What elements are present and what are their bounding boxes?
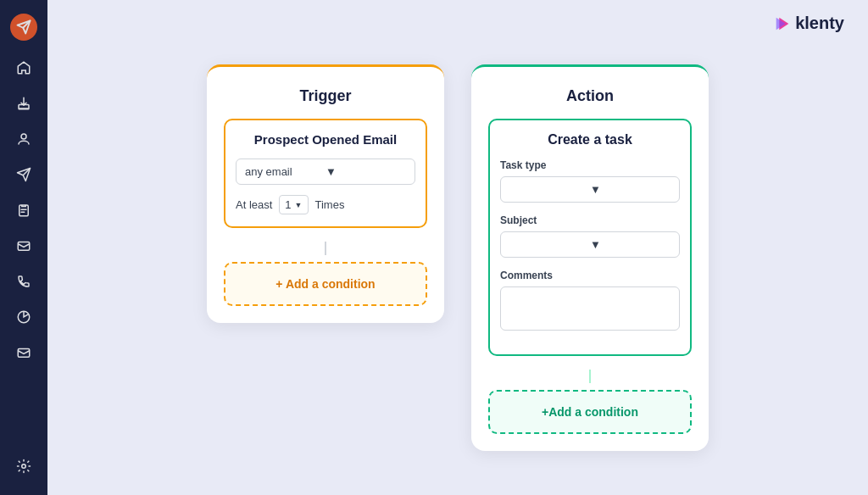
sidebar-icon-clipboard[interactable] (8, 195, 39, 225)
action-add-condition-button[interactable]: +Add a condition (488, 390, 692, 434)
comments-group: Comments (500, 270, 680, 331)
trigger-card-title: Trigger (224, 87, 427, 105)
trigger-box: Prospect Opened Email any email ▼ At lea… (224, 119, 427, 228)
action-card: Action Create a task Task type ▼ Subject… (471, 64, 709, 451)
any-email-arrow-icon: ▼ (326, 165, 406, 178)
times-label: Times (315, 198, 345, 211)
subject-group: Subject ▼ (500, 214, 680, 258)
task-type-label: Task type (500, 159, 680, 171)
sidebar-icon-user[interactable] (8, 124, 39, 154)
atleast-dropdown-arrow-icon: ▼ (295, 201, 303, 209)
svg-rect-3 (18, 242, 30, 251)
comments-textarea[interactable] (500, 286, 680, 331)
main-content: klenty Trigger Prospect Opened Email any… (47, 0, 868, 495)
svg-point-1 (21, 134, 26, 139)
sidebar-icon-email2[interactable] (8, 337, 39, 368)
action-create-task-label: Create a task (500, 132, 680, 147)
action-box: Create a task Task type ▼ Subject ▼ (488, 119, 692, 356)
action-card-title: Action (488, 87, 692, 105)
atleast-label: At least (236, 198, 272, 211)
logo-icon (773, 14, 792, 33)
atleast-row: At least 1 ▼ Times (236, 195, 415, 214)
subject-label: Subject (500, 214, 680, 226)
any-email-value: any email (245, 165, 326, 178)
cards-container: Trigger Prospect Opened Email any email … (71, 64, 844, 451)
comments-label: Comments (500, 270, 680, 281)
logo-text: klenty (795, 14, 844, 33)
trigger-card: Trigger Prospect Opened Email any email … (207, 64, 444, 323)
sidebar (0, 0, 47, 495)
trigger-connector (224, 242, 427, 255)
logo: klenty (773, 14, 844, 33)
task-type-arrow-icon: ▼ (590, 183, 670, 196)
trigger-connector-line (325, 242, 326, 255)
task-type-dropdown[interactable]: ▼ (500, 176, 680, 203)
svg-point-6 (22, 464, 26, 469)
atleast-value: 1 (285, 198, 291, 211)
sidebar-icon-download[interactable] (8, 88, 39, 119)
svg-rect-5 (18, 349, 30, 358)
task-type-group: Task type ▼ (500, 159, 680, 203)
sidebar-icon-settings[interactable] (8, 451, 39, 481)
subject-arrow-icon: ▼ (590, 238, 670, 251)
action-connector (488, 370, 692, 383)
any-email-dropdown[interactable]: any email ▼ (236, 159, 415, 185)
trigger-add-condition-button[interactable]: + Add a condition (224, 262, 427, 306)
action-connector-line (589, 370, 591, 383)
sidebar-icon-chart[interactable] (8, 302, 39, 332)
sidebar-icon-home[interactable] (8, 53, 39, 83)
subject-dropdown[interactable]: ▼ (500, 231, 680, 258)
sidebar-icon-phone[interactable] (8, 266, 39, 297)
atleast-value-dropdown[interactable]: 1 ▼ (279, 195, 308, 214)
trigger-prospect-label: Prospect Opened Email (236, 132, 415, 147)
sidebar-icon-send[interactable] (10, 14, 37, 41)
sidebar-icon-paperplane[interactable] (8, 159, 39, 190)
sidebar-icon-mail[interactable] (8, 231, 39, 261)
